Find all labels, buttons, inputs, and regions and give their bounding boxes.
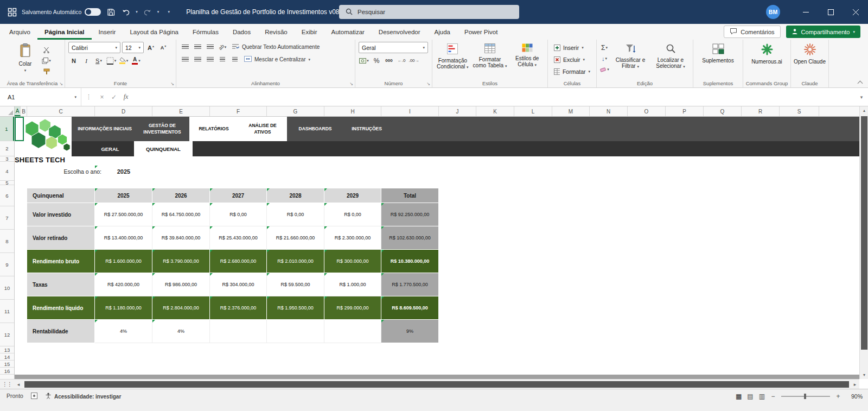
year-select-value[interactable]: 2025 bbox=[95, 166, 152, 178]
row-label-taxas[interactable]: Taxas bbox=[27, 273, 95, 296]
value-cell[interactable]: R$ 304.000,00 bbox=[210, 273, 267, 296]
scroll-up-icon[interactable]: ▴ bbox=[860, 106, 868, 115]
value-cell[interactable]: R$ 2.804.000,00 bbox=[152, 296, 210, 320]
autosave-toggle[interactable] bbox=[85, 8, 101, 16]
sheet-nav-dashboards[interactable]: DASHBOARDS bbox=[287, 117, 343, 141]
sort-filter-button[interactable]: Classificar e Filtrar ▾ bbox=[611, 41, 650, 79]
column-header-e[interactable]: E bbox=[152, 106, 210, 116]
row-header-12[interactable]: 12 bbox=[0, 323, 14, 346]
column-header-p[interactable]: P bbox=[666, 106, 704, 116]
total-cell[interactable]: R$ 10.380.000,00 bbox=[381, 250, 439, 273]
row-label-valor-investido[interactable]: Valor investido bbox=[27, 203, 95, 226]
value-cell[interactable]: R$ 21.660.000,00 bbox=[267, 226, 324, 250]
ribbon-tab-dados[interactable]: Dados bbox=[226, 24, 258, 40]
name-box[interactable]: A1 ▾ bbox=[0, 88, 81, 106]
minimize-button[interactable] bbox=[793, 0, 818, 24]
increase-font-button[interactable]: A▴ bbox=[145, 42, 156, 53]
column-header-c[interactable]: C bbox=[27, 106, 95, 116]
collapse-ribbon-icon[interactable] bbox=[857, 80, 863, 85]
sheet-nav-analise-de-ativos[interactable]: ANÁLISE DE ATIVOS bbox=[238, 117, 287, 141]
cut-button[interactable] bbox=[41, 45, 52, 55]
currency-format-button[interactable]: ▾ bbox=[359, 55, 369, 66]
select-all-corner[interactable] bbox=[0, 106, 15, 116]
format-painter-button[interactable] bbox=[41, 66, 52, 77]
quick-access-customize-icon[interactable]: ▾ bbox=[163, 6, 174, 18]
maximize-button[interactable] bbox=[818, 0, 843, 24]
row-header-14[interactable]: 14 bbox=[0, 353, 14, 361]
value-cell[interactable]: R$ 299.000,00 bbox=[324, 296, 381, 320]
sheet-nav-instrucoes[interactable]: INSTRUÇÕES bbox=[343, 117, 390, 141]
addins-button[interactable]: Suplementos bbox=[697, 41, 740, 79]
ribbon-tab-layout-da-pagina[interactable]: Layout da Página bbox=[123, 24, 186, 40]
numerous-ai-button[interactable]: Numerous.ai bbox=[746, 41, 788, 79]
column-header-d[interactable]: D bbox=[95, 106, 152, 116]
column-header-n[interactable]: N bbox=[590, 106, 628, 116]
row-label-rendimento-liquido[interactable]: Rendimento líquido bbox=[27, 296, 95, 320]
ribbon-tab-formulas[interactable]: Fórmulas bbox=[186, 24, 226, 40]
column-header-k[interactable]: K bbox=[476, 106, 514, 116]
font-color-button[interactable]: A▾ bbox=[131, 55, 142, 66]
row-header-5[interactable]: 5 bbox=[0, 181, 14, 185]
column-header-i[interactable]: I bbox=[381, 106, 439, 116]
save-button[interactable] bbox=[105, 6, 116, 18]
row-header-7[interactable]: 7 bbox=[0, 206, 14, 230]
vertical-scrollbar[interactable]: ▴ ▾ bbox=[859, 106, 868, 379]
dialog-launcher-icon[interactable]: ↘ bbox=[349, 81, 353, 86]
year-header-2028[interactable]: 2028 bbox=[267, 188, 324, 203]
open-claude-button[interactable]: Open Claude bbox=[793, 41, 826, 79]
chevron-down-icon[interactable]: ▾ bbox=[136, 10, 138, 14]
sheet-tabs-handle[interactable]: ⋮⋮ bbox=[0, 381, 14, 387]
year-header-2026[interactable]: 2026 bbox=[152, 188, 210, 203]
column-header-j[interactable]: J bbox=[439, 106, 476, 116]
find-select-button[interactable]: Localizar e Selecionar ▾ bbox=[651, 41, 690, 79]
total-cell[interactable]: R$ 8.609.500,00 bbox=[381, 296, 439, 320]
decrease-indent-button[interactable] bbox=[217, 54, 228, 65]
sheet-area[interactable]: INFORMAÇÕES INICIAISGESTÃO DE INVESTIMEN… bbox=[15, 117, 859, 379]
paste-button[interactable]: Colar ▾ bbox=[13, 41, 38, 79]
dialog-launcher-icon[interactable]: ↘ bbox=[426, 81, 430, 86]
italic-button[interactable]: I bbox=[81, 55, 92, 66]
delete-cells-button[interactable]: Excluir▾ bbox=[551, 54, 593, 65]
column-header-a[interactable]: A bbox=[15, 106, 21, 116]
ribbon-tab-arquivo[interactable]: Arquivo bbox=[2, 24, 37, 40]
sheet-subtab-geral[interactable]: GERAL bbox=[86, 141, 134, 156]
table-corner-header[interactable]: Quinquenal bbox=[27, 188, 95, 203]
thousands-format-button[interactable]: 000 bbox=[384, 55, 394, 66]
format-as-table-button[interactable]: Formatar como Tabela ▾ bbox=[472, 41, 508, 79]
view-page-break-button[interactable]: ▥ bbox=[759, 393, 765, 400]
orientation-button[interactable]: ab▾ bbox=[217, 42, 228, 52]
horizontal-scroll-thumb[interactable] bbox=[24, 381, 849, 388]
row-header-8[interactable]: 8 bbox=[0, 230, 14, 253]
ribbon-tab-inserir[interactable]: Inserir bbox=[92, 24, 123, 40]
redo-button[interactable] bbox=[142, 6, 153, 18]
scroll-down-icon[interactable]: ▾ bbox=[860, 371, 868, 379]
value-cell[interactable] bbox=[210, 320, 267, 343]
underline-button[interactable]: S▾ bbox=[93, 55, 104, 66]
row-header-6[interactable]: 6 bbox=[0, 185, 14, 206]
column-header-m[interactable]: M bbox=[552, 106, 590, 116]
ribbon-tab-desenvolvedor[interactable]: Desenvolvedor bbox=[372, 24, 427, 40]
autosave-control[interactable]: Salvamento Automático bbox=[22, 8, 101, 16]
format-cells-button[interactable]: Formatar▾ bbox=[551, 66, 593, 77]
row-label-valor-retirado[interactable]: Valor retirado bbox=[27, 226, 95, 250]
row-label-rendimento-bruto[interactable]: Rendimento bruto bbox=[27, 250, 95, 273]
value-cell[interactable]: R$ 27.500.000,00 bbox=[95, 203, 152, 226]
align-left-button[interactable] bbox=[180, 54, 190, 65]
document-title[interactable]: Planilha de Gestão de Portfolio de Inves… bbox=[186, 8, 339, 16]
row-header-9[interactable]: 9 bbox=[0, 253, 14, 276]
ribbon-tab-automatizar[interactable]: Automatizar bbox=[324, 24, 372, 40]
sheet-nav-relatorios[interactable]: RELATÓRIOS bbox=[189, 117, 238, 141]
cell-styles-button[interactable]: Estilos de Célula ▾ bbox=[509, 41, 545, 79]
number-format-combo[interactable]: Geral▾ bbox=[359, 42, 428, 53]
value-cell[interactable]: R$ 2.376.000,00 bbox=[210, 296, 267, 320]
comments-button[interactable]: Comentários bbox=[724, 26, 780, 38]
copy-button[interactable]: ▾ bbox=[41, 55, 52, 66]
value-cell[interactable]: R$ 0,00 bbox=[210, 203, 267, 226]
zoom-level[interactable]: 90% bbox=[846, 393, 863, 400]
value-cell[interactable]: R$ 25.430.000,00 bbox=[210, 226, 267, 250]
scroll-left-icon[interactable]: ◂ bbox=[14, 382, 23, 387]
scroll-right-icon[interactable]: ▸ bbox=[851, 382, 859, 387]
column-header-b[interactable]: B bbox=[21, 106, 27, 116]
confirm-entry-icon[interactable]: ✓ bbox=[108, 93, 120, 101]
horizontal-scrollbar[interactable]: ⋮⋮ ◂ ▸ bbox=[0, 379, 859, 389]
